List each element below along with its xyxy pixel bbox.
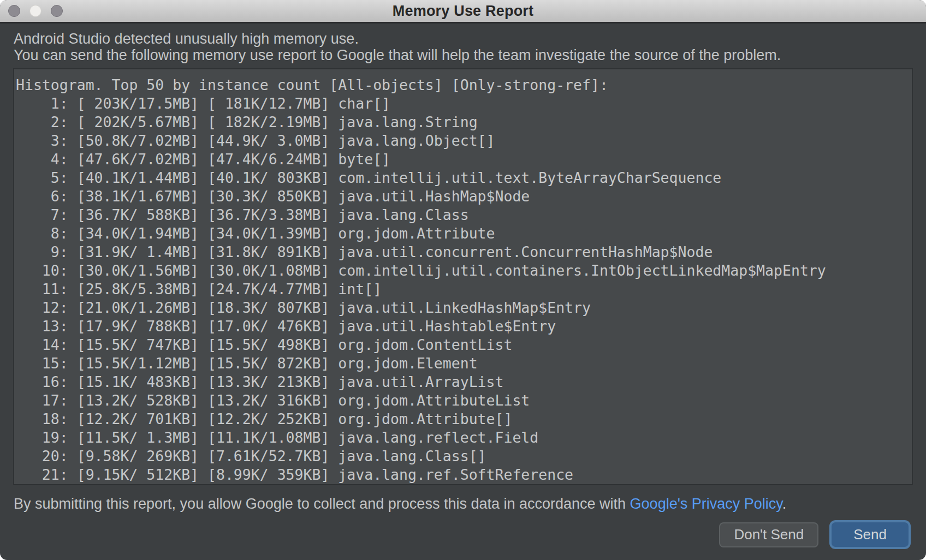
window-title: Memory Use Report: [0, 0, 926, 22]
privacy-note-period: .: [782, 496, 787, 512]
report-line: 11: [25.8K/5.38MB] [24.7K/4.77MB] int[]: [16, 280, 912, 299]
report-line: 10: [30.0K/1.56MB] [30.0K/1.08MB] com.in…: [16, 261, 912, 280]
report-line: 13: [17.9K/ 788KB] [17.0K/ 476KB] java.u…: [16, 317, 912, 336]
memory-report-panel[interactable]: Histogram. Top 50 by instance count [All…: [13, 68, 913, 485]
report-line: 1: [ 203K/17.5MB] [ 181K/12.7MB] char[]: [16, 94, 912, 113]
send-button[interactable]: Send: [832, 522, 909, 547]
send-button-focus-ring: Send: [829, 520, 911, 549]
dialog-button-row: Don't Send Send: [0, 520, 926, 549]
report-line: 12: [21.0K/1.26MB] [18.3K/ 807KB] java.u…: [16, 299, 912, 317]
report-line: Histogram. Top 50 by instance count [All…: [16, 76, 912, 94]
report-line: 17: [13.2K/ 528KB] [13.2K/ 316KB] org.jd…: [16, 391, 912, 410]
dont-send-button[interactable]: Don't Send: [719, 522, 818, 547]
report-line: 16: [15.1K/ 483KB] [13.3K/ 213KB] java.u…: [16, 373, 912, 391]
privacy-note: By submitting this report, you allow Goo…: [14, 496, 912, 513]
report-line: 18: [12.2K/ 701KB] [12.2K/ 252KB] org.jd…: [16, 410, 912, 428]
titlebar[interactable]: Memory Use Report: [0, 0, 926, 23]
report-line: 4: [47.6K/7.02MB] [47.4K/6.24MB] byte[]: [16, 150, 912, 169]
report-line: 7: [36.7K/ 588KB] [36.7K/3.38MB] java.la…: [16, 206, 912, 224]
report-line: 9: [31.9K/ 1.4MB] [31.8K/ 891KB] java.ut…: [16, 243, 912, 261]
intro-text: Android Studio detected unusually high m…: [0, 23, 926, 63]
memory-report-text: Histogram. Top 50 by instance count [All…: [14, 69, 912, 484]
report-line: 3: [50.8K/7.02MB] [44.9K/ 3.0MB] java.la…: [16, 132, 912, 150]
report-line: 6: [38.1K/1.67MB] [30.3K/ 850KB] java.ut…: [16, 187, 912, 206]
privacy-policy-link[interactable]: Google's Privacy Policy: [630, 496, 782, 512]
intro-line-1: Android Studio detected unusually high m…: [14, 31, 912, 47]
memory-use-report-dialog: Memory Use Report Android Studio detecte…: [0, 0, 926, 560]
intro-line-2: You can send the following memory use re…: [14, 47, 912, 63]
report-line: 19: [11.5K/ 1.3MB] [11.1K/1.08MB] java.l…: [16, 428, 912, 447]
report-line: 5: [40.1K/1.44MB] [40.1K/ 803KB] com.int…: [16, 169, 912, 187]
report-line: 14: [15.5K/ 747KB] [15.5K/ 498KB] org.jd…: [16, 336, 912, 354]
report-line: 21: [9.15K/ 512KB] [8.99K/ 359KB] java.l…: [16, 466, 912, 484]
report-line: 2: [ 202K/5.67MB] [ 182K/2.19MB] java.la…: [16, 113, 912, 132]
report-line: 15: [15.5K/1.12MB] [15.5K/ 872KB] org.jd…: [16, 354, 912, 373]
privacy-note-text: By submitting this report, you allow Goo…: [14, 496, 630, 512]
report-line: 8: [34.0K/1.94MB] [34.0K/1.39MB] org.jdo…: [16, 224, 912, 243]
report-line: 20: [9.58K/ 269KB] [7.61K/52.7KB] java.l…: [16, 447, 912, 466]
